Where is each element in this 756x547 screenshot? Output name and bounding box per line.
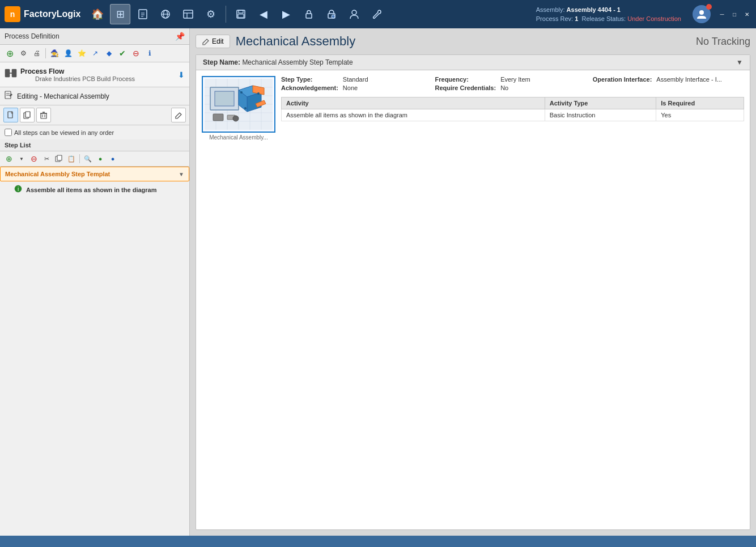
nav-table-icon[interactable]: [178, 4, 198, 24]
view-all-steps: All steps can be viewed in any order: [0, 125, 189, 139]
sidebar-person-btn[interactable]: 👤: [62, 47, 74, 60]
step-zoom-btn[interactable]: 🔍: [82, 153, 94, 164]
view-all-label[interactable]: All steps can be viewed in any order: [14, 129, 114, 136]
nav-lock-icon[interactable]: [299, 4, 319, 24]
sidebar-star-btn[interactable]: ⭐: [75, 47, 88, 60]
nav-upload-icon[interactable]: [133, 4, 153, 24]
step-props: Step Type: Standard Frequency: Every Ite…: [281, 76, 744, 91]
nav-save-icon[interactable]: [231, 4, 251, 24]
svg-rect-10: [306, 14, 312, 18]
process-flow-subtitle: Drake Industries PCB Build Process: [35, 75, 175, 82]
process-rev-label: Process Rev:: [536, 15, 573, 22]
activities-table: Activity Activity Type Is Required Assem…: [281, 97, 744, 121]
sidebar-minus-btn[interactable]: ⊖: [130, 47, 142, 60]
main-layout: Process Definition 📌 ⊕ ⚙ 🖨 🧙 👤 ⭐ ↗ ◆ ✔ ⊖…: [0, 28, 756, 536]
editing-section: Editing - Mechanical Assembly: [0, 87, 189, 105]
content-header: Edit Mechanical Assembly No Tracking: [196, 34, 750, 49]
nav-home-icon[interactable]: 🏠: [87, 4, 108, 24]
sidebar-pin-icon[interactable]: 📌: [175, 32, 185, 41]
svg-rect-15: [5, 69, 10, 77]
restore-button[interactable]: □: [730, 10, 739, 19]
step-body: Mechanical Assembly... Step Type: Standa…: [196, 70, 750, 146]
nav-grid-icon[interactable]: ⊞: [110, 4, 130, 24]
nav-person-icon[interactable]: [344, 4, 364, 24]
delete-btn[interactable]: [36, 108, 51, 122]
step-item[interactable]: Mechanical Assembly Step Templat ▼: [0, 167, 189, 181]
step-copy-btn[interactable]: [53, 153, 65, 164]
step-list-toolbar: ⊕ ▼ ⊖ ✂ 📋 🔍 ● ●: [0, 151, 189, 167]
edit-button[interactable]: Edit: [196, 35, 230, 48]
cell-activity-type: Basic Instruction: [545, 109, 656, 121]
col-activity: Activity: [282, 97, 545, 109]
editing-toolbar: [0, 105, 189, 125]
nav-tool-icon[interactable]: [367, 4, 387, 24]
activity-icon: i: [14, 184, 23, 195]
bottom-bar: [0, 536, 756, 547]
step-delete-btn[interactable]: ⊖: [28, 153, 40, 164]
svg-rect-24: [41, 113, 46, 118]
activity-item[interactable]: i Assemble all items as shown in the dia…: [0, 181, 189, 198]
process-flow-icon: [5, 67, 17, 82]
edit-properties-btn[interactable]: [171, 108, 186, 122]
logo-text: FactoryLogix: [24, 9, 80, 19]
sidebar-check-btn[interactable]: ✔: [116, 47, 129, 60]
sidebar-header: Process Definition 📌: [0, 28, 189, 45]
activity-label: Assemble all items as shown in the diagr…: [26, 186, 156, 193]
assembly-info: Assembly: Assembly 4404 - 1 Process Rev:…: [536, 5, 681, 24]
step-name-prefix: Step Name:: [203, 58, 240, 66]
step-green-btn[interactable]: ●: [95, 153, 106, 164]
close-button[interactable]: ✕: [742, 10, 751, 19]
svg-rect-54: [213, 114, 223, 121]
sidebar-toolbar: ⊕ ⚙ 🖨 🧙 👤 ⭐ ↗ ◆ ✔ ⊖ ℹ: [0, 45, 189, 62]
nav-back-icon[interactable]: ◀: [253, 4, 274, 24]
table-row[interactable]: Assemble all items as shown in the diagr…: [282, 109, 744, 121]
svg-rect-23: [26, 112, 30, 117]
nav-gear-icon[interactable]: ⚙: [201, 4, 221, 24]
assembly-value: Assembly 4404 - 1: [567, 6, 621, 13]
operation-interface-label: Operation Interface:: [593, 76, 652, 83]
step-name-label: Step Name: Mechanical Assembly Step Temp…: [203, 58, 353, 66]
page-title: Mechanical Assembly: [236, 34, 356, 49]
sidebar-settings-btn[interactable]: ⚙: [17, 47, 29, 60]
window-controls: ─ □ ✕: [717, 10, 751, 19]
view-all-checkbox[interactable]: [5, 129, 12, 136]
copy-doc-btn[interactable]: [20, 108, 35, 122]
step-add-btn[interactable]: ⊕: [3, 153, 15, 164]
step-items: Mechanical Assembly Step Templat ▼ i Ass…: [0, 167, 189, 536]
cell-activity: Assemble all items as shown in the diagr…: [282, 109, 545, 121]
svg-rect-0: [139, 10, 147, 19]
sidebar-info-btn[interactable]: ℹ: [143, 47, 156, 60]
step-dropdown-btn[interactable]: ▼: [16, 153, 27, 164]
process-flow-download-icon[interactable]: ⬇: [178, 70, 185, 79]
step-scissors-btn[interactable]: ✂: [41, 153, 52, 164]
svg-point-56: [233, 116, 239, 121]
step-blue-btn[interactable]: ●: [107, 153, 118, 164]
svg-point-52: [257, 92, 260, 95]
frequency-label: Frequency:: [435, 76, 496, 83]
user-area[interactable]: [693, 5, 711, 23]
step-list-section: Step List ⊕ ▼ ⊖ ✂ 📋 🔍 ● ● Mechanical Ass…: [0, 139, 189, 536]
step-image: Mechanical Assembly...: [202, 76, 275, 141]
logo-icon: n: [5, 6, 20, 22]
svg-point-14: [699, 10, 704, 15]
step-name-chevron-icon[interactable]: ▼: [736, 58, 743, 66]
new-doc-btn[interactable]: [3, 108, 18, 122]
assembly-label: Assembly:: [536, 6, 565, 13]
user-icon[interactable]: [693, 5, 711, 23]
sidebar-diamond-btn[interactable]: ◆: [103, 47, 115, 60]
svg-rect-16: [12, 69, 16, 77]
sidebar-arrow-btn[interactable]: ↗: [89, 47, 101, 60]
step-paste-btn[interactable]: 📋: [66, 153, 77, 164]
svg-point-51: [240, 91, 243, 94]
nav-secure-icon[interactable]: [321, 4, 342, 24]
step-chevron-icon[interactable]: ▼: [179, 171, 184, 177]
sidebar-wizard-btn[interactable]: 🧙: [48, 47, 61, 60]
nav-forward-icon[interactable]: ▶: [276, 4, 296, 24]
step-name-bar: Step Name: Mechanical Assembly Step Temp…: [196, 55, 750, 70]
minimize-button[interactable]: ─: [717, 10, 727, 19]
sidebar-print-btn[interactable]: 🖨: [31, 47, 43, 60]
nav-globe-icon[interactable]: [155, 4, 176, 24]
require-credentials-label: Require Credentials:: [435, 84, 496, 91]
sidebar-add-btn[interactable]: ⊕: [3, 47, 16, 60]
acknowledgement-label: Acknowledgement:: [281, 84, 338, 91]
